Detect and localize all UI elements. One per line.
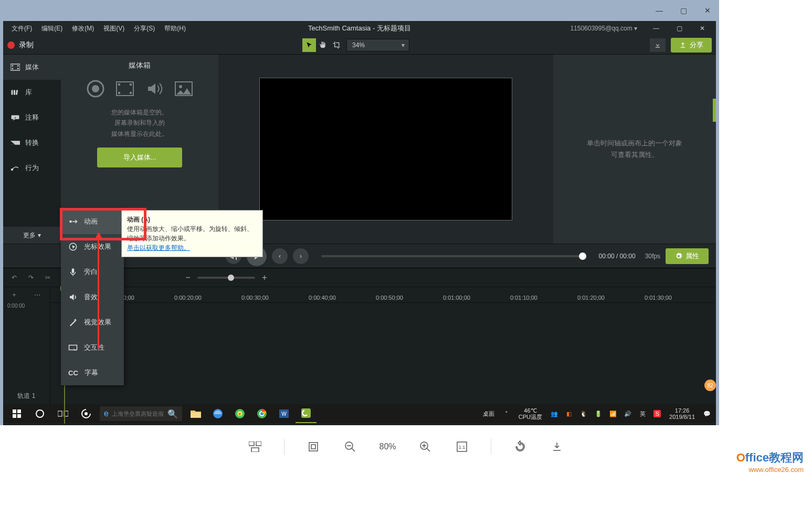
browser-360-app[interactable]: e: [229, 404, 250, 423]
behaviors-icon: [10, 164, 20, 172]
chrome-app[interactable]: [251, 404, 272, 423]
redo-button[interactable]: ↷: [25, 272, 37, 283]
timeline-ruler[interactable]: 0:00:10;00 0:00:20;00 0:00:30;00 0:00:40…: [50, 287, 716, 303]
sidepanel-annotations[interactable]: a 注释: [3, 105, 61, 130]
scrubber-knob[interactable]: [579, 253, 586, 260]
import-media-button[interactable]: 导入媒体...: [97, 148, 183, 167]
film-icon: [115, 79, 135, 99]
viewer-zoom-in-button[interactable]: [417, 439, 433, 455]
maximize-button[interactable]: ▢: [670, 22, 689, 35]
tray-volume-icon[interactable]: 🔊: [621, 404, 635, 423]
svg-rect-6: [14, 90, 15, 95]
ie-app[interactable]: [207, 404, 228, 423]
share-button[interactable]: 分享: [671, 38, 712, 52]
tray-sogou-icon[interactable]: S: [650, 404, 664, 423]
zoom-slider-knob[interactable]: [228, 275, 234, 281]
svg-point-21: [69, 220, 72, 223]
tray-ime-icon[interactable]: 英: [636, 404, 649, 423]
app-swirl-icon[interactable]: [75, 404, 98, 423]
crop-tool[interactable]: [330, 38, 343, 52]
tray-battery-icon[interactable]: 🔋: [592, 404, 605, 423]
svg-rect-0: [10, 64, 20, 70]
taskbar-search[interactable]: e 🔍: [100, 406, 182, 421]
cpu-temp[interactable]: 46℃ CPU温度: [514, 407, 546, 420]
tray-qq-icon[interactable]: 🐧: [577, 404, 590, 423]
action-center-icon[interactable]: 💬: [700, 404, 714, 423]
menu-file[interactable]: 文件(F): [7, 22, 36, 35]
close-button[interactable]: ✕: [693, 22, 712, 35]
show-desktop-label[interactable]: 桌面: [479, 410, 499, 418]
track-options-button[interactable]: ⋯: [34, 291, 40, 299]
ruler-stamp: 0:01:20;00: [577, 294, 605, 301]
notification-badge[interactable]: 82: [704, 380, 716, 391]
outer-close-button[interactable]: ✕: [700, 3, 715, 18]
word-app[interactable]: W: [273, 404, 294, 423]
menu-view[interactable]: 视图(V): [99, 22, 129, 35]
properties-button[interactable]: 属性: [666, 248, 709, 264]
step-back-button[interactable]: ‹: [272, 248, 288, 264]
more-menu-interact-label: 交互性: [84, 343, 104, 352]
sidepanel-more[interactable]: 更多 ▾: [3, 227, 61, 244]
media-bin-empty-text: 您的媒体箱是空的。 屏幕录制和导入的 媒体将显示在此处。: [111, 107, 168, 139]
playback-scrubber[interactable]: [321, 255, 586, 257]
canvas-frame[interactable]: [260, 78, 512, 220]
tray-orange-icon[interactable]: ◧: [562, 404, 576, 423]
svg-rect-5: [12, 90, 13, 95]
viewer-download-button[interactable]: [549, 439, 565, 455]
viewer-thumbnails-button[interactable]: [247, 439, 263, 455]
add-track-button[interactable]: +: [12, 291, 16, 299]
download-button[interactable]: [650, 38, 666, 52]
sidepanel-media[interactable]: 媒体: [3, 55, 61, 80]
more-menu-cursor[interactable]: 光标效果: [61, 234, 124, 259]
tooltip-help-link[interactable]: 单击以获取更多帮助。: [127, 244, 190, 251]
canvas-zoom-select[interactable]: 34%: [346, 39, 409, 51]
side-panel: 媒体 库 a 注释 转换 行为 更: [3, 55, 61, 244]
task-view-button[interactable]: [51, 404, 75, 423]
camtasia-app[interactable]: [296, 404, 317, 423]
more-menu-animation[interactable]: 动画: [61, 209, 124, 234]
viewer-rotate-button[interactable]: [512, 439, 528, 455]
step-forward-button[interactable]: ›: [293, 248, 309, 264]
select-tool[interactable]: [302, 38, 316, 52]
cortana-button[interactable]: [28, 404, 51, 423]
more-menu-audio[interactable]: 音效: [61, 285, 124, 310]
tray-network-icon[interactable]: 📶: [606, 404, 620, 423]
viewer-fullscreen-button[interactable]: [305, 439, 321, 455]
account-label[interactable]: 1150603995@qq.com ▾: [570, 25, 642, 32]
viewer-zoom-out-button[interactable]: [342, 439, 358, 455]
cut-button[interactable]: ✂: [42, 272, 54, 283]
start-button[interactable]: [5, 404, 28, 423]
menu-edit[interactable]: 编辑(E): [37, 22, 67, 35]
taskbar-clock[interactable]: 17:26 2019/8/11: [665, 407, 699, 420]
taskbar-search-input[interactable]: [112, 411, 164, 417]
more-menu-voice[interactable]: 旁白: [61, 259, 124, 285]
track-1-label[interactable]: 轨道 1: [3, 385, 50, 406]
zoom-in-button[interactable]: +: [259, 273, 270, 282]
menu-help[interactable]: 帮助(H): [160, 22, 190, 35]
menu-modify[interactable]: 修改(M): [68, 22, 98, 35]
timeline-zoom: − +: [183, 273, 270, 282]
tray-people-icon[interactable]: 👥: [547, 404, 561, 423]
pan-tool[interactable]: [316, 38, 330, 52]
tray-chevron-icon[interactable]: ˄: [500, 404, 513, 423]
more-menu-animation-label: 动画: [84, 217, 98, 226]
sidepanel-transitions[interactable]: 转换: [3, 130, 61, 155]
record-button[interactable]: 录制: [7, 40, 34, 50]
more-menu-captions[interactable]: CC 字幕: [61, 360, 124, 385]
minimize-button[interactable]: —: [647, 22, 666, 35]
sidepanel-behaviors[interactable]: 行为: [3, 155, 61, 181]
search-icon: 🔍: [167, 409, 178, 419]
outer-maximize-button[interactable]: ▢: [676, 3, 691, 18]
zoom-out-button[interactable]: −: [183, 273, 193, 282]
undo-button[interactable]: ↶: [8, 272, 20, 283]
annotations-icon: a: [10, 114, 20, 121]
more-menu-interact[interactable]: 交互性: [61, 335, 124, 360]
file-explorer-app[interactable]: [185, 404, 206, 423]
menu-share[interactable]: 分享(S): [130, 22, 159, 35]
zoom-slider[interactable]: [197, 277, 255, 279]
sidepanel-library[interactable]: 库: [3, 80, 61, 105]
outer-minimize-button[interactable]: —: [652, 3, 667, 18]
svg-rect-17: [130, 83, 132, 86]
more-menu-visual[interactable]: 视觉效果: [61, 310, 124, 335]
viewer-actual-size-button[interactable]: 1:1: [454, 439, 470, 455]
